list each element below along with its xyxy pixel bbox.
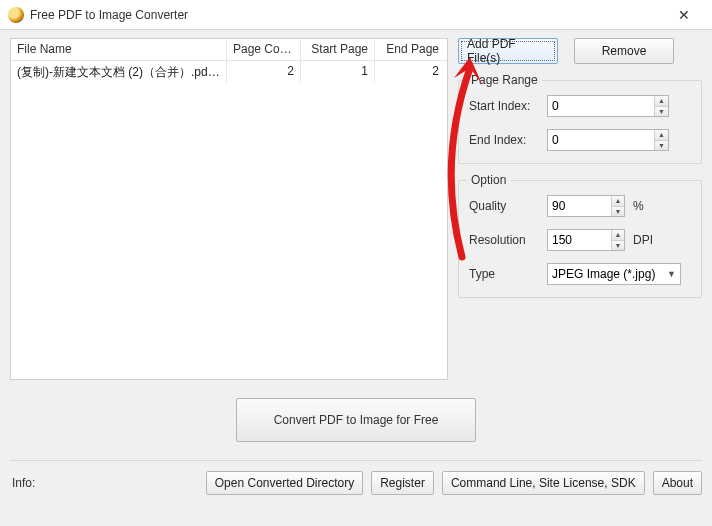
chevron-down-icon: ▼ [667, 269, 676, 279]
chevron-up-icon[interactable]: ▲ [612, 196, 624, 207]
end-index-label: End Index: [469, 133, 539, 147]
type-select[interactable]: JPEG Image (*.jpg) ▼ [547, 263, 681, 285]
col-page-count[interactable]: Page Count [227, 39, 301, 60]
resolution-stepper[interactable]: ▲▼ [547, 229, 625, 251]
resolution-input[interactable] [548, 231, 611, 249]
option-title: Option [467, 173, 510, 187]
option-group: Option Quality ▲▼ % Resolution ▲▼ DPI [458, 180, 702, 298]
register-button[interactable]: Register [371, 471, 434, 495]
info-label: Info: [10, 476, 198, 490]
cell-page-count: 2 [227, 61, 301, 83]
chevron-up-icon[interactable]: ▲ [655, 96, 668, 107]
resolution-unit: DPI [633, 233, 655, 247]
about-button[interactable]: About [653, 471, 702, 495]
start-index-stepper[interactable]: ▲▼ [547, 95, 669, 117]
page-range-title: Page Range [467, 73, 542, 87]
col-end-page[interactable]: End Page [375, 39, 445, 60]
divider [10, 460, 702, 461]
title-bar: Free PDF to Image Converter ✕ [0, 0, 712, 30]
quality-unit: % [633, 199, 655, 213]
quality-stepper[interactable]: ▲▼ [547, 195, 625, 217]
end-index-stepper[interactable]: ▲▼ [547, 129, 669, 151]
table-row[interactable]: (复制)-新建文本文档 (2)（合并）.pdf-... 2 1 2 [11, 61, 447, 83]
window-title: Free PDF to Image Converter [30, 8, 664, 22]
quality-input[interactable] [548, 197, 611, 215]
file-table[interactable]: File Name Page Count Start Page End Page… [10, 38, 448, 380]
resolution-label: Resolution [469, 233, 539, 247]
col-file-name[interactable]: File Name [11, 39, 227, 60]
open-directory-button[interactable]: Open Converted Directory [206, 471, 363, 495]
chevron-up-icon[interactable]: ▲ [655, 130, 668, 141]
page-range-group: Page Range Start Index: ▲▼ End Index: ▲▼ [458, 80, 702, 164]
convert-button[interactable]: Convert PDF to Image for Free [236, 398, 476, 442]
chevron-down-icon[interactable]: ▼ [612, 241, 624, 251]
chevron-down-icon[interactable]: ▼ [612, 207, 624, 217]
cell-end-page: 2 [375, 61, 445, 83]
cell-start-page: 1 [301, 61, 375, 83]
col-start-page[interactable]: Start Page [301, 39, 375, 60]
type-label: Type [469, 267, 539, 281]
table-header: File Name Page Count Start Page End Page [11, 39, 447, 61]
chevron-down-icon[interactable]: ▼ [655, 107, 668, 117]
chevron-up-icon[interactable]: ▲ [612, 230, 624, 241]
cell-file-name: (复制)-新建文本文档 (2)（合并）.pdf-... [11, 61, 227, 83]
command-line-button[interactable]: Command Line, Site License, SDK [442, 471, 645, 495]
close-icon[interactable]: ✕ [664, 1, 704, 29]
end-index-input[interactable] [548, 131, 654, 149]
type-value: JPEG Image (*.jpg) [552, 267, 655, 281]
add-pdf-button[interactable]: Add PDF File(s) [458, 38, 558, 64]
chevron-down-icon[interactable]: ▼ [655, 141, 668, 151]
quality-label: Quality [469, 199, 539, 213]
start-index-label: Start Index: [469, 99, 539, 113]
remove-button[interactable]: Remove [574, 38, 674, 64]
start-index-input[interactable] [548, 97, 654, 115]
app-icon [8, 7, 24, 23]
